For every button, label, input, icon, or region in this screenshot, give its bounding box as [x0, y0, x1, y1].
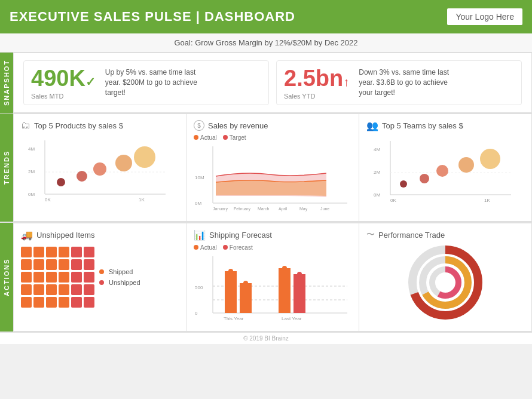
svg-point-11 [115, 155, 132, 171]
sales-revenue-chart: 0M 10M January February March April May … [194, 143, 351, 215]
svg-point-34 [458, 157, 474, 173]
sales-mtd-desc: Up by 5% vs. same time last year. $200M … [105, 67, 201, 97]
revenue-svg: 0M 10M January February March April May … [194, 143, 351, 215]
unshipped-header: 🚚 Unshipped Items [21, 229, 179, 241]
logo: Your Logo Here [447, 8, 522, 25]
top5-teams-title: Top 5 Teams by sales $ [382, 121, 463, 130]
sales-ytd-label: Sales YTD [284, 93, 349, 100]
footer: © 2019 BI Brainz [0, 332, 532, 344]
svg-text:500: 500 [195, 285, 203, 290]
svg-text:0M: 0M [195, 201, 201, 206]
trends-label: TRENDS [0, 113, 13, 222]
svg-point-48 [282, 266, 287, 271]
top5-teams-chart: 0M 2M 4M 0K 1K [366, 135, 524, 207]
revenue-icon: $ [194, 120, 204, 131]
svg-text:10M: 10M [195, 175, 204, 180]
svg-point-31 [400, 180, 407, 188]
actions-content: 🚚 Unshipped Items Shipped [13, 223, 532, 332]
svg-text:4M: 4M [28, 146, 35, 152]
products-icon: 🗂 [21, 120, 30, 131]
sales-ytd-value: 2.5bn↑ [284, 66, 349, 91]
svg-point-46 [228, 269, 233, 274]
svg-text:0M: 0M [374, 192, 380, 198]
svg-rect-43 [240, 283, 252, 313]
truck-icon: 🚚 [21, 229, 33, 241]
forecast-legend: Actual Forecast [194, 244, 351, 251]
sales-ytd-desc: Down 3% vs. same time last year. $3.6B t… [359, 67, 454, 97]
unshipped-squares [21, 247, 94, 308]
performance-trade-panel: 〜 Performance Trade [359, 223, 532, 332]
svg-rect-42 [225, 271, 237, 313]
sales-revenue-header: $ Sales by revenue [194, 120, 351, 131]
teams-svg: 0M 2M 4M 0K 1K [366, 135, 524, 207]
svg-text:Last Year: Last Year [282, 316, 302, 321]
svg-text:2M: 2M [28, 169, 35, 174]
snapshot-content: 490K✓ Sales MTD Up by 5% vs. same time l… [13, 53, 532, 113]
top5-products-chart: 0M 2M 4M 0K 1K [21, 134, 179, 206]
svg-rect-44 [279, 268, 291, 313]
snapshot-section: SNAPSHOT 490K✓ Sales MTD Up by 5% vs. sa… [0, 53, 532, 113]
performance-trade-title: Performance Trade [378, 231, 445, 240]
svg-text:0K: 0K [45, 197, 51, 202]
sales-mtd-label: Sales MTD [31, 93, 96, 100]
shipping-forecast-header: 📊 Shipping Forecast [194, 229, 351, 241]
sales-revenue-panel: $ Sales by revenue Actual Target 0M 10M [186, 113, 359, 222]
snapshot-card-ytd: 2.5bn↑ Sales YTD Down 3% vs. same time l… [276, 60, 522, 105]
svg-point-32 [420, 174, 429, 183]
snapshot-label: SNAPSHOT [0, 53, 13, 113]
svg-text:May: May [299, 207, 308, 211]
svg-point-9 [77, 171, 87, 182]
actions-label: ACTIONS [0, 223, 13, 332]
svg-text:0: 0 [195, 311, 198, 316]
trends-content: 🗂 Top 5 Products by sales $ 0M 2M 4M 0K … [13, 113, 532, 222]
svg-rect-45 [293, 274, 305, 313]
unshipped-title: Unshipped Items [36, 231, 95, 240]
svg-text:4M: 4M [374, 147, 380, 152]
svg-point-35 [480, 149, 500, 169]
forecast-icon: 📊 [194, 229, 206, 241]
svg-point-33 [436, 165, 448, 177]
svg-text:January: January [213, 207, 228, 211]
svg-text:1K: 1K [139, 197, 145, 202]
top5-products-header: 🗂 Top 5 Products by sales $ [21, 120, 179, 131]
actions-section: ACTIONS 🚚 Unshipped Items [0, 222, 532, 332]
svg-text:1K: 1K [484, 198, 490, 203]
unshipped-panel: 🚚 Unshipped Items Shipped [13, 223, 186, 332]
svg-text:0M: 0M [28, 192, 35, 197]
svg-text:0K: 0K [390, 198, 396, 203]
sales-mtd-value: 490K✓ [31, 66, 96, 91]
shipping-forecast-panel: 📊 Shipping Forecast Actual Forecast 0 50… [186, 223, 359, 332]
trends-section: TRENDS 🗂 Top 5 Products by sales $ 0M 2M… [0, 113, 532, 222]
header: EXECUTIVE SALES PULSE | DASHBOARD Your L… [0, 0, 532, 33]
svg-point-12 [134, 146, 155, 168]
svg-point-47 [243, 281, 248, 286]
performance-trade-header: 〜 Performance Trade [366, 229, 524, 240]
snapshot-card-mtd: 490K✓ Sales MTD Up by 5% vs. same time l… [23, 60, 269, 105]
performance-icon: 〜 [366, 229, 375, 240]
top5-products-panel: 🗂 Top 5 Products by sales $ 0M 2M 4M 0K … [13, 113, 186, 222]
svg-point-10 [93, 162, 106, 176]
products-svg: 0M 2M 4M 0K 1K [21, 134, 179, 206]
page-title: EXECUTIVE SALES PULSE | DASHBOARD [10, 9, 295, 24]
goal-bar: Goal: Grow Gross Margin by 12%/$20M by D… [0, 33, 532, 53]
svg-text:June: June [320, 207, 329, 211]
revenue-legend: Actual Target [194, 134, 351, 141]
top5-teams-panel: 👥 Top 5 Teams by sales $ 0M 2M 4M 0K 1K [359, 113, 532, 222]
forecast-svg: 0 500 This Year [194, 253, 351, 325]
svg-point-8 [57, 178, 65, 186]
teams-icon: 👥 [366, 120, 378, 131]
svg-text:2M: 2M [374, 170, 380, 175]
shipping-bar-chart: 0 500 This Year [194, 253, 351, 325]
top5-products-title: Top 5 Products by sales $ [34, 121, 123, 130]
donut-chart [366, 244, 524, 321]
svg-text:April: April [279, 207, 287, 211]
unshipped-grid: Shipped Unshipped [21, 244, 179, 310]
svg-text:February: February [234, 207, 251, 211]
sales-revenue-title: Sales by revenue [208, 121, 268, 130]
svg-point-49 [297, 272, 302, 277]
donut-svg [403, 241, 487, 324]
top5-teams-header: 👥 Top 5 Teams by sales $ [366, 120, 524, 131]
shipping-forecast-title: Shipping Forecast [209, 231, 272, 240]
unshipped-legend: Shipped Unshipped [99, 247, 140, 308]
svg-text:This Year: This Year [224, 316, 244, 321]
